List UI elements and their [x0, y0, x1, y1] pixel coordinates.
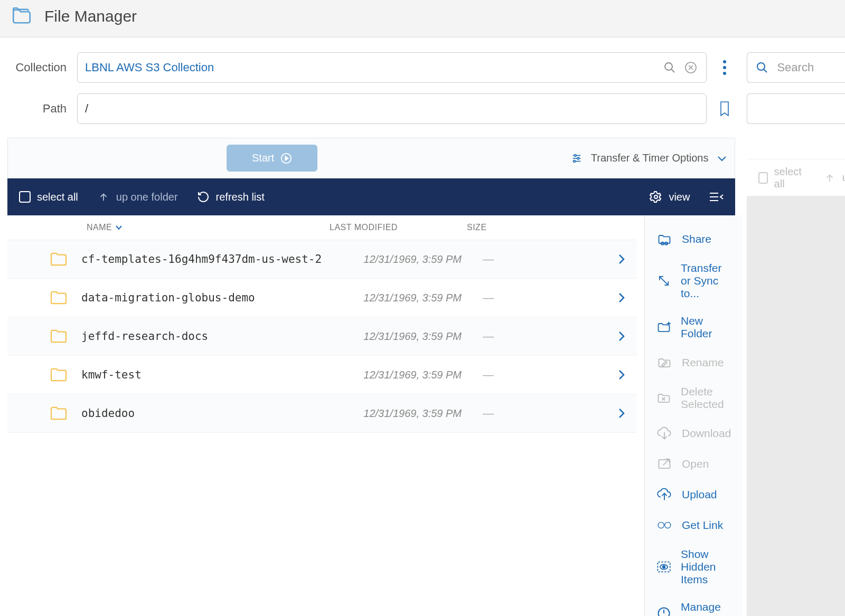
svg-point-15 — [573, 160, 575, 162]
clear-icon[interactable] — [683, 60, 699, 75]
share-icon — [656, 231, 672, 247]
collapse-panel-button[interactable] — [709, 191, 724, 203]
action-open: Open — [651, 449, 736, 479]
right-up-folder[interactable]: up one folder — [823, 172, 845, 184]
file-modified: 12/31/1969, 3:59 PM — [345, 369, 483, 381]
action-upload[interactable]: Upload — [651, 479, 736, 510]
sync-icon — [656, 273, 671, 289]
action-bar: Start Transfer & Timer Options — [7, 138, 735, 178]
collection-input[interactable] — [85, 61, 656, 74]
action-label: Delete Selected — [681, 385, 731, 411]
search-placeholder: Search — [777, 61, 814, 74]
list-toolbar: select all up one folder refresh list vi — [7, 178, 735, 215]
path-input[interactable] — [85, 102, 699, 116]
svg-point-36 — [663, 566, 665, 568]
file-name: data-migration-globus-demo — [81, 291, 345, 304]
svg-point-0 — [665, 63, 672, 70]
right-panel: Search select all up one folder — [743, 37, 845, 616]
col-header-modified[interactable]: LAST MODIFIED — [330, 223, 467, 232]
action-label: Share — [682, 233, 711, 245]
expand-chevron-icon[interactable] — [618, 292, 625, 304]
action-download: Download — [651, 418, 736, 449]
action-power[interactable]: Manage Consent — [651, 593, 736, 616]
file-name: obidedoo — [81, 407, 345, 420]
start-button[interactable]: Start — [227, 145, 317, 172]
file-modified: 12/31/1969, 3:59 PM — [345, 253, 483, 266]
file-modified: 12/31/1969, 3:59 PM — [345, 407, 483, 420]
col-header-size[interactable]: SIZE — [467, 223, 541, 232]
svg-point-6 — [723, 66, 726, 69]
collection-label: Collection — [7, 61, 77, 74]
action-menu: Share Transfer or Sync to... New Folder … — [644, 215, 743, 616]
files-column: NAME LAST MODIFIED SIZE cf-templates-16g… — [0, 215, 644, 616]
action-newfolder[interactable]: New Folder — [651, 307, 736, 347]
expand-chevron-icon[interactable] — [618, 330, 625, 342]
view-settings[interactable]: view — [650, 191, 690, 203]
select-all-checkbox[interactable] — [19, 191, 31, 203]
up-folder-button[interactable]: up one folder — [97, 191, 178, 203]
link-icon — [656, 517, 672, 533]
transfer-options[interactable]: Transfer & Timer Options — [571, 152, 728, 164]
column-headers: NAME LAST MODIFIED SIZE — [7, 215, 637, 240]
newfolder-icon — [656, 319, 671, 335]
search-icon[interactable] — [662, 60, 678, 75]
action-share[interactable]: Share — [651, 224, 736, 254]
delete-icon — [656, 390, 671, 406]
action-label: Rename — [682, 356, 724, 369]
options-label: Transfer & Timer Options — [591, 152, 709, 164]
select-all-control[interactable]: select all — [19, 191, 78, 203]
action-label: Download — [682, 427, 731, 440]
right-select-all[interactable]: select all — [758, 166, 804, 190]
file-size: — — [483, 291, 557, 304]
file-row[interactable]: kmwf-test 12/31/1969, 3:59 PM — — [7, 356, 637, 394]
collapse-icon — [709, 191, 724, 203]
svg-line-1 — [671, 69, 674, 72]
search-icon — [756, 61, 768, 74]
file-list: cf-templates-16g4hm9f437dm-us-west-2 12/… — [7, 240, 637, 433]
chevron-down-icon — [717, 155, 727, 162]
action-sync[interactable]: Transfer or Sync to... — [651, 254, 736, 307]
svg-point-5 — [723, 60, 726, 63]
kebab-menu-icon[interactable] — [714, 52, 735, 83]
right-empty-area — [747, 196, 845, 616]
action-eye[interactable]: Show Hidden Items — [651, 541, 736, 593]
expand-chevron-icon[interactable] — [618, 369, 625, 381]
action-label: Manage Consent — [681, 601, 731, 616]
left-panel: Collection Path — [0, 37, 743, 616]
file-row[interactable]: data-migration-globus-demo 12/31/1969, 3… — [7, 279, 637, 317]
refresh-button[interactable]: refresh list — [197, 191, 265, 203]
action-label: Transfer or Sync to... — [681, 262, 731, 300]
upload-icon — [656, 487, 672, 503]
path-label: Path — [7, 102, 77, 116]
action-label: Get Link — [682, 519, 723, 532]
right-select-all-checkbox[interactable] — [758, 172, 767, 184]
folder-icon — [50, 406, 69, 421]
file-row[interactable]: obidedoo 12/31/1969, 3:59 PM — — [7, 394, 637, 433]
up-arrow-icon — [97, 191, 110, 203]
expand-chevron-icon[interactable] — [618, 253, 625, 265]
expand-chevron-icon[interactable] — [618, 407, 625, 419]
file-row[interactable]: jeffd-research-docs 12/31/1969, 3:59 PM … — [7, 317, 637, 356]
bookmark-icon[interactable] — [714, 93, 735, 124]
file-row[interactable]: cf-templates-16g4hm9f437dm-us-west-2 12/… — [7, 240, 637, 279]
file-size: — — [483, 330, 557, 343]
path-input-box[interactable] — [77, 93, 707, 124]
folder-icon — [50, 329, 69, 344]
svg-point-32 — [658, 522, 664, 528]
svg-point-17 — [654, 195, 658, 198]
collection-input-box[interactable] — [77, 52, 707, 83]
folder-icon — [50, 290, 69, 305]
app-header: File Manager — [0, 0, 845, 37]
file-name: cf-templates-16g4hm9f437dm-us-west-2 — [81, 253, 345, 266]
file-size: — — [483, 407, 557, 420]
file-manager-icon — [11, 5, 33, 27]
file-name: kmwf-test — [81, 368, 345, 381]
right-search-input[interactable]: Search — [747, 52, 845, 83]
action-link[interactable]: Get Link — [651, 510, 736, 541]
svg-marker-9 — [285, 156, 288, 160]
collection-row: Collection — [7, 52, 735, 83]
right-path-input[interactable] — [747, 93, 845, 124]
col-header-name[interactable]: NAME — [87, 223, 330, 232]
svg-line-40 — [764, 69, 767, 72]
download-icon — [656, 425, 672, 441]
